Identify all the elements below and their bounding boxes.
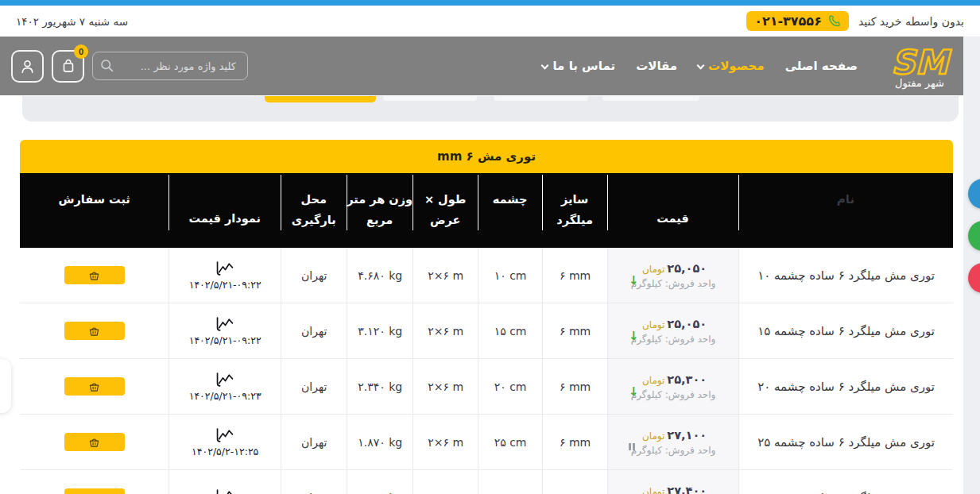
order-cell (20, 303, 168, 358)
price-line: ۲۵,۳۰۰ تومان (640, 373, 707, 386)
shopping-bag-icon (60, 57, 77, 75)
sale-unit-label: واحد فروش: کیلوگرم (631, 389, 716, 400)
table-header-row: نام قیمت سایز میلگرد چشمه طول × عرض وزن … (20, 173, 953, 248)
basket-icon (88, 381, 100, 392)
side-widget-handle[interactable] (0, 359, 11, 413)
order-cell (20, 359, 168, 414)
tab-selected[interactable] (265, 96, 376, 102)
price-unchanged-icon (629, 443, 635, 450)
price-value: ۲۷,۱۰۰ (667, 429, 707, 442)
logo[interactable]: SM شهر مفتول (870, 44, 969, 89)
mesh-opening-value: ۳۰ cm (478, 470, 542, 494)
line-chart-icon (213, 372, 237, 388)
top-accent-strip (0, 0, 980, 6)
basket-icon (88, 437, 100, 448)
page: بدون واسطه خرید کنید ۰۲۱-۳۷۵۵۶ سه شنبه ۷… (0, 0, 980, 494)
phone-number: ۰۲۱-۳۷۵۵۶ (754, 14, 822, 29)
price-currency: تومان (642, 319, 664, 330)
cart-count-badge: 0 (74, 44, 88, 59)
logo-sm-icon: SM (875, 44, 964, 80)
line-chart-icon (213, 427, 237, 444)
add-to-cart-button[interactable] (64, 377, 125, 396)
price-currency: تومان (642, 430, 664, 442)
phone-badge[interactable]: ۰۲۱-۳۷۵۵۶ (746, 11, 849, 31)
weight-value: ۳.۱۲۰ kg (347, 303, 413, 358)
tab-2[interactable] (383, 96, 477, 101)
tab-4[interactable] (602, 96, 699, 101)
mesh-opening-value: ۱۰ cm (478, 248, 542, 303)
col-header-chart: نمودار قیمت (168, 173, 281, 248)
account-button[interactable] (11, 50, 44, 83)
dimensions-value: ۲×۶ m (413, 470, 478, 494)
price-chart-link[interactable]: ۱۴۰۲/۵/۲۱-۰۹:۲۲ (168, 303, 281, 358)
nav-products[interactable]: محصولات (698, 59, 765, 73)
price-cell: ۲۵,۳۰۰ تومان واحد فروش: کیلوگرم ↓ (607, 359, 738, 414)
product-name-link[interactable]: توری مش میلگرد ۶ ساده چشمه ۳۰ (738, 470, 953, 494)
phone-icon (827, 14, 841, 28)
loading-location-value: تهران (281, 415, 347, 469)
sale-unit-label: واحد فروش: کیلوگرم (631, 278, 716, 289)
nav-contact[interactable]: تماس با ما (542, 59, 615, 73)
tab-3[interactable] (494, 96, 588, 101)
product-name-link[interactable]: توری مش میلگرد ۶ ساده چشمه ۱۰ (738, 248, 953, 303)
add-to-cart-button[interactable] (64, 433, 125, 451)
current-date: سه شنبه ۷ شهریور ۱۴۰۲ (16, 15, 128, 28)
phone-label: بدون واسطه خرید کنید (858, 15, 964, 28)
add-to-cart-button[interactable] (64, 322, 125, 340)
col-header-price: قیمت (607, 173, 738, 248)
price-chart-link[interactable]: ۱۴۰۲/۵/۲۱-۰۹:۲۲ (168, 248, 281, 303)
mesh-opening-value: ۲۵ cm (478, 415, 542, 469)
rebar-size-value: ۶ mm (542, 248, 607, 303)
col-header-mesh: چشمه (478, 173, 542, 248)
price-value: ۲۷,۴۰۰ (667, 484, 707, 494)
table-row: توری مش میلگرد ۶ ساده چشمه ۳۰ ۲۷,۴۰۰ توم… (20, 470, 953, 494)
price-update-timestamp: ۱۴۰۲/۵/۲-۱۲:۲۵ (192, 446, 258, 457)
price-update-timestamp: ۱۴۰۲/۵/۲۱-۰۹:۲۲ (189, 334, 261, 346)
price-down-icon: ↓ (629, 384, 639, 399)
chevron-down-icon (541, 61, 549, 69)
search-box (92, 52, 248, 80)
table-body: توری مش میلگرد ۶ ساده چشمه ۱۰ ۲۵,۰۵۰ توم… (20, 248, 953, 494)
price-line: ۲۵,۰۵۰ تومان (640, 318, 707, 330)
logo-subtext: شهر مفتول (895, 77, 944, 89)
price-currency: تومان (642, 375, 664, 386)
table-title: توری مش ۶ mm (20, 140, 953, 173)
price-cell: ۲۷,۱۰۰ تومان واحد فروش: کیلوگرم ↓ (607, 415, 738, 469)
price-table: توری مش ۶ mm نام قیمت سایز میلگرد چشمه ط… (20, 140, 953, 494)
table-row: توری مش میلگرد ۶ ساده چشمه ۱۵ ۲۵,۰۵۰ توم… (20, 303, 953, 359)
price-chart-link[interactable]: ۱۴۰۲/۵/۲۱-۰۹:۲۳ (168, 359, 281, 414)
col-header-size: سایز میلگرد (542, 173, 607, 248)
col-header-weight: وزن هر متر مربع (347, 173, 413, 248)
loading-location-value: تهران (281, 248, 347, 303)
price-chart-link[interactable]: ۱۴۰۲/۵/۲-۱۲:۲۵ (168, 415, 281, 469)
add-to-cart-button[interactable] (64, 488, 125, 494)
order-cell (20, 248, 168, 303)
info-bar: بدون واسطه خرید کنید ۰۲۱-۳۷۵۵۶ سه شنبه ۷… (0, 6, 980, 37)
sale-unit-label: واحد فروش: کیلوگرم (631, 334, 716, 345)
weight-value: ۲.۳۴۰ kg (347, 359, 413, 414)
nav-articles[interactable]: مقالات (636, 59, 677, 73)
rebar-size-value: ۶ mm (542, 359, 607, 414)
weight-value: ۱.۵۶۰ kg (347, 470, 413, 494)
line-chart-icon (213, 316, 237, 333)
price-chart-link[interactable] (168, 470, 281, 494)
basket-icon (88, 326, 100, 337)
product-name-link[interactable]: توری مش میلگرد ۶ ساده چشمه ۲۰ (738, 359, 953, 414)
rebar-size-value: ۶ mm (542, 470, 607, 494)
cart-button[interactable]: 0 (52, 50, 84, 83)
sale-unit-label: واحد فروش: کیلوگرم (631, 445, 716, 456)
add-to-cart-button[interactable] (64, 266, 125, 284)
price-update-timestamp: ۱۴۰۲/۵/۲۱-۰۹:۲۳ (189, 390, 261, 402)
basket-icon (88, 270, 100, 281)
price-currency: تومان (642, 486, 664, 494)
table-row: توری مش میلگرد ۶ ساده چشمه ۲۰ ۲۵,۳۰۰ توم… (20, 359, 953, 415)
price-down-icon: ↓ (629, 273, 639, 288)
nav-home[interactable]: صفحه اصلی (785, 59, 858, 73)
loading-location-value: تهران (281, 303, 347, 358)
product-name-link[interactable]: توری مش میلگرد ۶ ساده چشمه ۲۵ (738, 415, 953, 469)
search-input[interactable] (92, 52, 248, 80)
line-chart-icon (213, 261, 237, 277)
dimensions-value: ۲×۶ m (413, 248, 478, 303)
product-name-link[interactable]: توری مش میلگرد ۶ ساده چشمه ۱۵ (738, 303, 953, 358)
price-line: ۲۷,۴۰۰ تومان (640, 484, 707, 494)
